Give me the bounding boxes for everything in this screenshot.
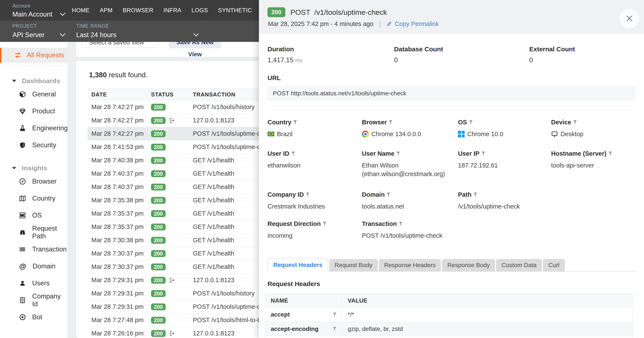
filter-icon[interactable]: [323, 222, 326, 226]
status-badge: 200: [151, 250, 166, 257]
tab-response-body[interactable]: Response Body: [442, 259, 495, 271]
filter-icon[interactable]: [397, 152, 400, 156]
chevron-down-icon[interactable]: [60, 31, 65, 36]
column-header-date[interactable]: DATE: [88, 91, 151, 98]
divider: [0, 66, 68, 66]
sidebar-item-users[interactable]: Users: [0, 275, 68, 292]
field-device: Device Desktop: [551, 119, 636, 138]
sidebar-item-all-requests[interactable]: All Requests: [0, 48, 68, 63]
sidebar-item-bot[interactable]: Bot: [0, 308, 68, 325]
stat-duration: Duration 1,417.15ms: [268, 46, 394, 64]
fields-row-4: Request Direction incoming Transaction P…: [268, 220, 636, 240]
sidebar-item-domain[interactable]: @ Domain: [0, 258, 68, 275]
sidebar-item-browser[interactable]: Browser: [0, 173, 68, 190]
column-header-name: NAME: [265, 294, 341, 307]
nav-item-logs[interactable]: LOGS: [192, 0, 208, 21]
time-range-selector[interactable]: TIME RANGE Last 24 hours: [76, 23, 116, 39]
sidebar-section-dashboards[interactable]: Dashboards: [0, 76, 68, 86]
filter-icon[interactable]: [574, 120, 577, 124]
external-request-icon: [168, 277, 175, 283]
external-request-icon: [168, 330, 175, 337]
filter-icon[interactable]: [387, 193, 390, 197]
filter-icon[interactable]: [389, 120, 392, 124]
barcode-icon: [19, 246, 26, 253]
building-icon: [19, 296, 26, 304]
sidebar-item-product[interactable]: Product: [0, 103, 68, 120]
filter-icon[interactable]: [474, 193, 477, 197]
account-label: Account: [12, 3, 52, 9]
filter-icon[interactable]: [306, 193, 309, 197]
filter-icon[interactable]: [482, 152, 485, 156]
sidebar-item-os[interactable]: OS: [0, 207, 68, 224]
field-domain: Domain tools.atatus.net: [362, 191, 458, 211]
fields-row-3: Company ID Crestmark Industries Domain t…: [268, 191, 636, 211]
header-row: accept */*: [265, 307, 633, 322]
monitor-icon: [551, 131, 558, 137]
filter-icon[interactable]: [608, 152, 612, 156]
tab-custom-data[interactable]: Custom Data: [496, 259, 542, 271]
detail-tabs: Request Headers Request Body Response He…: [268, 258, 636, 272]
tab-request-body[interactable]: Request Body: [329, 259, 378, 271]
header-row: accept-encoding gzip, deflate, br, zstd: [265, 322, 633, 336]
at-icon: @: [19, 262, 26, 270]
status-badge: 200: [151, 197, 166, 204]
nav-item-home[interactable]: HOME: [72, 0, 90, 21]
sidebar-item-company-id[interactable]: Company Id: [0, 292, 68, 308]
project-selector[interactable]: PROJECT API Server: [12, 23, 44, 39]
tab-curl[interactable]: Curl: [543, 259, 565, 271]
filter-icon[interactable]: [333, 327, 336, 331]
sidebar-item-country[interactable]: Country: [0, 190, 68, 207]
sidebar-item-security[interactable]: Security: [0, 137, 68, 154]
tab-response-headers[interactable]: Response Headers: [379, 259, 441, 271]
sidebar-item-request-path[interactable]: Request Path: [0, 224, 68, 241]
user-icon: [19, 280, 26, 287]
status-badge: 200: [151, 237, 166, 244]
nav-item-apm[interactable]: APM: [100, 0, 112, 21]
brazil-flag-icon: [268, 132, 274, 136]
filter-icon[interactable]: [292, 152, 295, 156]
status-badge: 200: [151, 277, 166, 284]
copy-permalink-link[interactable]: Copy Permalink: [386, 21, 439, 28]
status-badge: 200: [151, 210, 166, 217]
nav-item-infra[interactable]: INFRA: [164, 0, 182, 21]
url-value: POST http://tools.atatus.net/v1/tools/up…: [268, 86, 636, 101]
sidebar-item-engineering[interactable]: Engineering: [0, 120, 68, 137]
field-transaction: Transaction POST /v1/tools/uptime-check: [362, 220, 458, 240]
chevron-down-icon[interactable]: [60, 10, 65, 16]
field-os: OS Chrome 10.0: [458, 119, 551, 138]
column-header-status[interactable]: STATUS: [151, 91, 193, 98]
account-value: Main Account: [12, 11, 52, 18]
status-badge: 200: [151, 157, 166, 164]
close-button[interactable]: [620, 9, 639, 28]
account-switcher[interactable]: Account Main Account: [12, 3, 52, 18]
binoculars-icon: [19, 229, 26, 236]
filter-icon[interactable]: [333, 313, 336, 317]
field-country: Country Brazil: [268, 119, 362, 138]
filter-icon[interactable]: [294, 120, 297, 124]
shield-icon: [19, 142, 26, 149]
status-badge: 200: [151, 184, 166, 190]
fields-row-1: Country Brazil Browser Chrome 134.0.0.0 …: [268, 119, 636, 138]
url-label: URL: [268, 74, 636, 82]
compass-icon: [19, 178, 26, 185]
sidebar-item-transaction[interactable]: Transaction: [0, 241, 68, 258]
url-section: URL POST http://tools.atatus.net/v1/tool…: [268, 74, 636, 101]
collapse-triangle-icon: [12, 80, 16, 82]
sidebar-section-insights[interactable]: Insights: [0, 163, 68, 173]
status-badge: 200: [151, 303, 166, 310]
filter-icon[interactable]: [469, 120, 472, 124]
field-user-name: User Name Ethan Wilson (ethan.wilson@cre…: [362, 150, 458, 178]
stat-external-count: External Count 0: [529, 46, 636, 64]
chevron-down-icon[interactable]: [193, 31, 199, 36]
nav-item-browser[interactable]: BROWSER: [123, 0, 154, 21]
sidebar-item-general[interactable]: General: [0, 86, 68, 103]
tab-request-headers[interactable]: Request Headers: [268, 258, 328, 272]
nav-item-synthetic[interactable]: SYNTHETIC: [218, 0, 252, 21]
status-badge: 200: [151, 104, 166, 111]
column-header-value: VALUE: [341, 297, 633, 304]
sidebar: All Requests Dashboards General Product …: [0, 42, 68, 338]
swap-arrows-icon: [14, 51, 22, 59]
field-request-direction: Request Direction incoming: [268, 220, 362, 240]
filter-icon[interactable]: [399, 222, 402, 226]
status-badge: 200: [151, 290, 166, 297]
